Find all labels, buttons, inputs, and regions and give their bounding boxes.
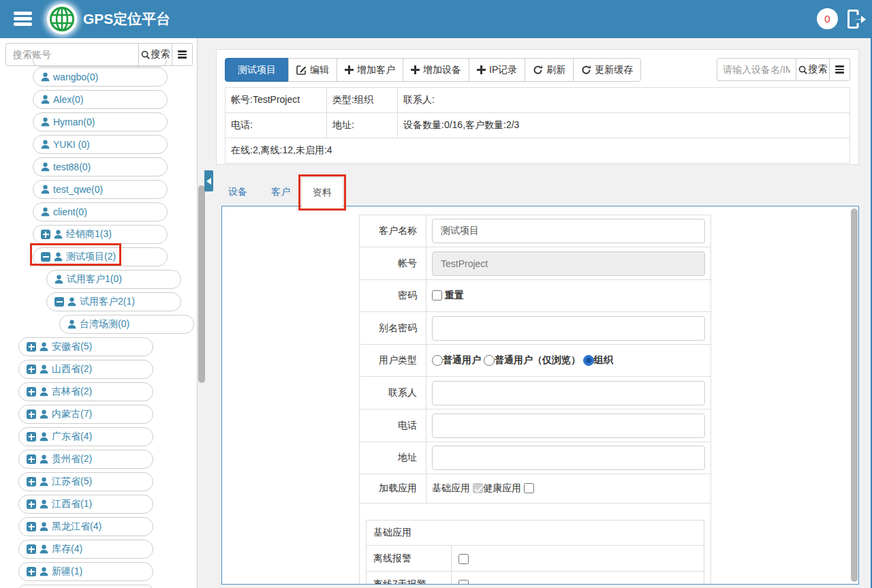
sidebar-collapse-button[interactable] <box>204 170 213 191</box>
tree-item-partial[interactable] <box>18 585 153 588</box>
logout-icon[interactable] <box>846 10 867 31</box>
toolbar-button-refresh-cache[interactable]: 更新缓存 <box>573 58 641 82</box>
notification-badge[interactable]: 0 <box>817 8 838 29</box>
checkbox-label: 重置 <box>445 290 464 300</box>
expand-icon[interactable] <box>27 409 36 419</box>
tree-item[interactable]: test_qwe(0) <box>33 180 168 199</box>
field-label: 离线报警 <box>367 546 452 572</box>
field-label: 联系人 <box>360 377 426 409</box>
account-summary-card: 测试项目编辑增加客户增加设备IP记录刷新更新缓存 搜索 帐号:TestProje… <box>216 49 859 165</box>
device-search-button[interactable]: 搜索 <box>796 58 830 81</box>
radio-normal-user-view[interactable] <box>484 355 495 366</box>
tree-item[interactable]: 安徽省(5) <box>18 337 153 356</box>
tree-item[interactable]: Alex(0) <box>33 90 168 109</box>
menu-icon <box>835 64 844 75</box>
tree-item[interactable]: Hyman(0) <box>33 112 168 131</box>
user-icon <box>41 140 50 149</box>
tree-item[interactable]: 库存(4) <box>18 540 153 559</box>
expand-icon[interactable] <box>27 342 36 352</box>
field-label: 别名密码 <box>360 312 426 345</box>
refresh-icon <box>533 65 543 75</box>
menu-toggle-icon[interactable] <box>14 12 32 26</box>
tree-item[interactable]: 内蒙古(7) <box>18 405 153 424</box>
alias-password-input[interactable] <box>432 316 705 341</box>
offline-alarm-checkbox[interactable] <box>458 554 469 564</box>
account-input <box>432 251 705 276</box>
user-icon <box>41 207 50 217</box>
tree-item[interactable]: wangbo(0) <box>33 67 168 87</box>
user-icon <box>67 297 76 307</box>
radio-normal-user[interactable] <box>432 355 443 366</box>
offline-7day-alarm-checkbox[interactable] <box>458 580 469 585</box>
radio-organization[interactable] <box>583 355 594 366</box>
device-search-menu-button[interactable] <box>830 58 850 81</box>
toolbar-button-add-customer[interactable]: 增加客户 <box>337 58 403 82</box>
tree-item[interactable]: 吉林省(2) <box>18 382 153 401</box>
sidebar-scrollbar-thumb[interactable] <box>198 185 205 383</box>
contact-input[interactable] <box>432 381 705 405</box>
toolbar-button-edit[interactable]: 编辑 <box>288 58 337 82</box>
expand-icon[interactable] <box>27 477 36 486</box>
tree-item[interactable]: 黑龙江省(4) <box>18 517 153 536</box>
expand-icon[interactable] <box>27 544 36 554</box>
tree-item[interactable]: test88(0) <box>33 157 168 176</box>
tree-item[interactable]: 贵州省(2) <box>18 450 153 469</box>
tree-item-partial[interactable] <box>33 60 167 67</box>
reset-password-checkbox[interactable] <box>432 290 442 300</box>
toolbar-button-refresh[interactable]: 刷新 <box>525 58 574 82</box>
expand-icon[interactable] <box>27 499 36 509</box>
tree-item[interactable]: 试用客户2(1) <box>46 292 181 311</box>
customer-name-input[interactable] <box>432 219 705 243</box>
tab-customers[interactable]: 客户 <box>271 186 290 198</box>
expand-icon[interactable] <box>27 432 36 442</box>
account-info-table: 帐号:TestProject 类型:组织 联系人: 电话: 地址: 设备数量:0… <box>225 87 850 164</box>
annotation-box-tree-item <box>30 243 121 266</box>
info-type: 类型:组织 <box>327 88 398 113</box>
refresh-icon <box>581 65 591 75</box>
tree-item[interactable]: 试用客户1(0) <box>46 270 181 289</box>
info-contact: 联系人: <box>398 88 850 113</box>
tree-item[interactable]: 山西省(2) <box>18 360 153 379</box>
expand-icon[interactable] <box>27 454 36 464</box>
device-search-input[interactable] <box>717 58 796 81</box>
plus-icon <box>411 65 420 74</box>
expand-icon[interactable] <box>41 230 50 239</box>
user-icon <box>41 185 50 194</box>
info-phone: 电话: <box>225 113 327 138</box>
tree-item[interactable]: 广东省(4) <box>18 427 153 446</box>
toolbar-button-current-account[interactable]: 测试项目 <box>225 58 289 82</box>
field-label: 客户名称 <box>360 215 426 247</box>
tree-item[interactable]: client(0) <box>33 202 168 221</box>
phone-input[interactable] <box>432 414 705 438</box>
field-label: 密码 <box>360 280 426 312</box>
tree-item[interactable]: 江苏省(5) <box>18 472 153 491</box>
user-icon <box>40 365 48 374</box>
toolbar-button-ip-log[interactable]: IP记录 <box>469 58 525 82</box>
expand-icon[interactable] <box>27 365 36 374</box>
panel-scrollbar-thumb[interactable] <box>851 208 858 582</box>
tree-item[interactable]: 新疆(1) <box>18 562 153 581</box>
tree-item[interactable]: 台湾场测(0) <box>59 315 194 334</box>
toolbar-button-add-device[interactable]: 增加设备 <box>403 58 469 82</box>
expand-icon[interactable] <box>27 567 36 576</box>
user-icon <box>40 342 48 352</box>
collapse-icon[interactable] <box>54 297 64 307</box>
user-icon <box>40 499 48 509</box>
sidebar: 搜索 wangbo(0)Alex(0)Hyman(0)YUKI (0)test8… <box>0 38 198 588</box>
tree-item[interactable]: 江西省(1) <box>18 495 153 514</box>
edit-icon <box>296 65 307 75</box>
user-icon <box>67 320 76 329</box>
tree-item[interactable]: YUKI (0) <box>33 135 168 154</box>
address-input[interactable] <box>432 446 705 470</box>
tree-item[interactable]: 经销商1(3) <box>33 225 168 244</box>
expand-icon[interactable] <box>27 522 36 531</box>
menu-icon <box>178 49 187 60</box>
health-app-checkbox[interactable] <box>524 483 534 493</box>
user-type-options: 普通用户 普通用户（仅浏览） 组织 <box>426 345 711 377</box>
base-app-checkbox <box>473 483 483 493</box>
account-search-menu-button[interactable] <box>172 43 193 66</box>
chevron-left-icon <box>206 178 211 185</box>
logo-globe-icon <box>47 4 77 34</box>
tab-devices[interactable]: 设备 <box>228 186 247 198</box>
expand-icon[interactable] <box>27 387 36 397</box>
